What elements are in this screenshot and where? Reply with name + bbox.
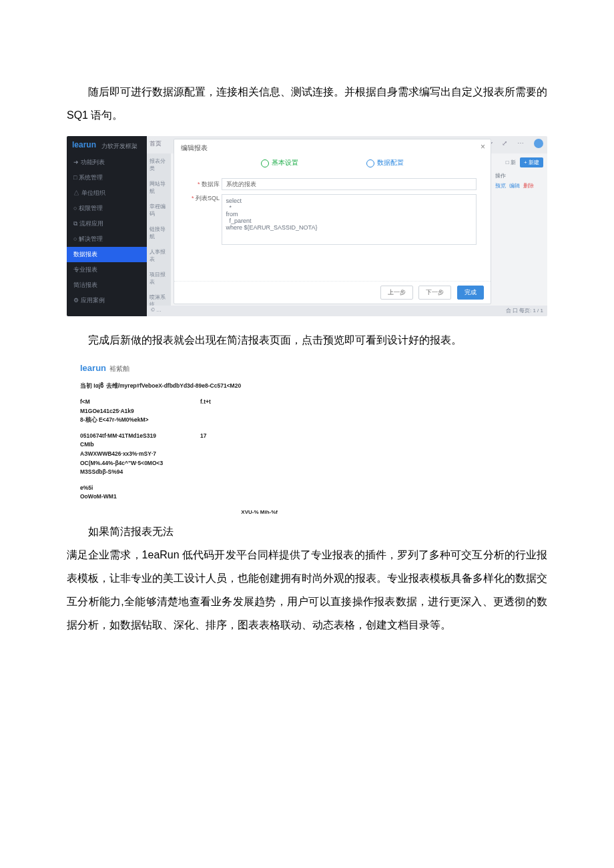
screenshot-list: learun 裕紫舶 当初 Iαjϐ 去维/myrep#fVeboeX-dfbd…: [80, 362, 280, 517]
sidebar-item-4[interactable]: ⧉ 流程应用: [67, 216, 147, 232]
b1r3: 8-核心 E<47r-%M0%ekM>: [80, 416, 280, 425]
cat-item-2[interactable]: 章程编码: [147, 199, 171, 222]
edit-report-modal: 编辑报表 × 基本设置 数据配置 * 数据库 系统的报表 * 列表SQL sel…: [174, 139, 491, 304]
sidebar-item-7[interactable]: 专业报表: [67, 262, 147, 278]
avatar[interactable]: [534, 139, 543, 148]
sidebar-item-2[interactable]: △ 单位组织: [67, 185, 147, 201]
status-left: © …: [151, 307, 162, 313]
prev-button[interactable]: 上一步: [380, 286, 413, 300]
list-bar: 当初 Iαjϐ 去维/myrep#fVeboeX-dfbdbYd3d-89e8-…: [80, 382, 280, 391]
list-block-2: 0510674tf·MM·41TMd1eS31917 CMIb AЗWXWWB4…: [80, 432, 280, 477]
close-icon[interactable]: ×: [481, 142, 485, 151]
list-block-3: e%5i OoWoM-WM1: [80, 484, 280, 502]
done-button[interactable]: 完成: [457, 286, 484, 300]
step-icon: [366, 159, 374, 167]
brand-sub: 裕紫舶: [109, 365, 129, 372]
sidebar-item-1[interactable]: □ 系统管理: [67, 170, 147, 185]
home-button[interactable]: 首页: [149, 139, 162, 148]
row-sql: * 列表SQL select * from f_parent where ${E…: [184, 194, 481, 245]
select-btn[interactable]: □ 新: [506, 159, 516, 165]
col-header-ops: 操作: [495, 172, 543, 179]
topbar-controls[interactable]: ⟳ ⤢ ⋯: [487, 139, 543, 148]
b2r3: AЗWXWWB426·xx3%·mSY·7: [80, 450, 280, 459]
b1r1c1: f<M: [80, 398, 200, 407]
cat-item-5[interactable]: 项目报表: [147, 267, 171, 290]
sidebar-item-8[interactable]: 简洁报表: [67, 278, 147, 293]
modal-title: 编辑报表: [181, 143, 208, 153]
sidebar-item-6[interactable]: 数据报表: [67, 247, 147, 262]
app-logo-subtitle: 力软开发框架: [101, 142, 137, 151]
sql-textarea[interactable]: select * from f_parent where ${EARUR_SAS…: [222, 194, 477, 245]
modal-footer: 上一步 下一步 完成: [174, 281, 491, 300]
label-sql: * 列表SQL: [184, 194, 220, 203]
b2r1c1: 0510674tf·MM·41TMd1eS319: [80, 432, 200, 441]
paragraph-1: 随后即可进行数据源配置，连接相关信息、测试连接。并根据自身需求编写出自定义报表所…: [67, 80, 547, 127]
category-column: 报表分类 网站导航 章程编码 链接导航 人事报表 项目报表 喷淋系统: [147, 153, 171, 316]
op-delete[interactable]: 删除: [523, 183, 534, 189]
check-icon: [261, 159, 269, 167]
database-select[interactable]: 系统的报表: [222, 178, 477, 190]
next-button[interactable]: 下一步: [418, 286, 451, 300]
b2r1c2: 17: [200, 432, 240, 441]
sidebar-item-5[interactable]: ○ 解决管理: [67, 232, 147, 247]
cat-item-1[interactable]: 网站导航: [147, 176, 171, 199]
screenshot-editor: learun 力软开发框架 ➜ 功能列表 □ 系统管理 △ 单位组织 ○ 权限管…: [67, 136, 547, 316]
statusbar: © … 合 口 每页: 1 / 1: [147, 306, 547, 316]
label-database: * 数据库: [184, 180, 220, 189]
cat-item-4[interactable]: 人事报表: [147, 244, 171, 267]
step-basic[interactable]: 基本设置: [261, 158, 298, 167]
app-sidebar: learun 力软开发框架 ➜ 功能列表 □ 系统管理 △ 单位组织 ○ 权限管…: [67, 136, 147, 316]
sidebar-item-0[interactable]: ➜ 功能列表: [67, 155, 147, 170]
b2r4: OC(M%.44%-β4c^"W·5<0MO<3: [80, 459, 280, 468]
step-data-label: 数据配置: [377, 159, 404, 166]
row-database: * 数据库 系统的报表: [184, 178, 481, 190]
cat-item-0[interactable]: 报表分类: [147, 153, 171, 176]
b2r2: CMIb: [80, 440, 280, 450]
b3r1: e%5i: [80, 484, 280, 493]
b1r2: M1GOe141c25·A1k9: [80, 407, 280, 416]
list-foot: XVU-% Mih-%f: [80, 508, 280, 517]
sidebar-item-3[interactable]: ○ 权限管理: [67, 201, 147, 216]
status-right: 合 口 每页: 1 / 1: [506, 308, 543, 314]
new-button[interactable]: + 新建: [520, 157, 543, 167]
list-block-1: f<Mf.t+t M1GOe141c25·A1k9 8-核心 E<47r-%M0…: [80, 398, 280, 425]
app-logo: learun: [72, 140, 96, 149]
b2r5: M3SSdbβ-S%94: [80, 468, 280, 477]
op-preview[interactable]: 预览: [495, 183, 506, 189]
sidebar-item-9[interactable]: ⚙ 应用案例: [67, 293, 147, 308]
wizard-steps: 基本设置 数据配置: [174, 158, 491, 174]
b1r1c2: f.t+t: [200, 398, 240, 407]
cat-item-3[interactable]: 链接导航: [147, 222, 171, 244]
step-data[interactable]: 数据配置: [366, 158, 404, 167]
paragraph-2: 完成后新做的报表就会出现在简洁报表页面，点击预览即可看到设计好的报表。: [67, 328, 547, 352]
step-basic-label: 基本设置: [272, 159, 298, 166]
right-toolbar: □ 新 + 新建 操作 预览 编辑 删除: [493, 153, 547, 316]
paragraph-3-body: 满足企业需求，1eaRun 低代码开发平台同样提供了专业报表的插件，罗列了多种可…: [67, 543, 547, 637]
paragraph-3-lead: 如果简洁报表无法: [67, 520, 547, 543]
op-edit[interactable]: 编辑: [509, 183, 520, 189]
brand-logo: learun: [80, 363, 106, 373]
b3r2: OoWoM-WM1: [80, 492, 280, 502]
